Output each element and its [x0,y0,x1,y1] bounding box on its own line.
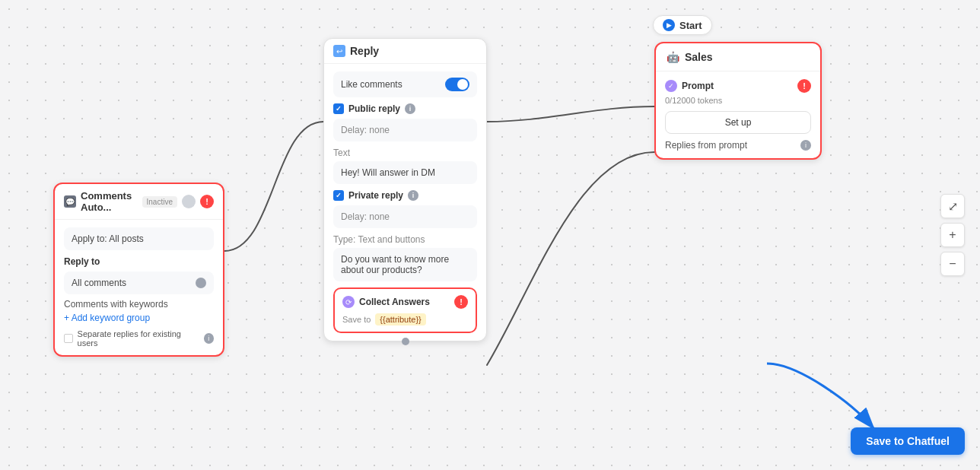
start-label: Start [679,20,702,31]
start-icon: ▶ [663,19,675,31]
radio-dot [196,278,206,288]
replies-label: Replies from prompt [665,140,747,151]
separate-replies-row: Separate replies for existing users i [64,329,214,348]
setup-button[interactable]: Set up [665,111,811,134]
private-delay-box: Delay: none [333,205,477,228]
inactive-toggle[interactable] [182,195,196,208]
prompt-icon: ✓ [665,80,677,92]
public-reply-label: Public reply [348,103,400,114]
prompt-label: Prompt [682,81,797,91]
type-label: Type: Text and buttons [333,234,477,245]
collect-icon: ⟳ [342,296,355,308]
canvas: ▶ Start 💬 Comments Auto... Inactive ! Ap… [0,0,980,470]
replies-info-icon: i [800,140,811,151]
reply-node: ↩ Reply Like comments ✓ Public reply i D… [323,38,487,341]
sales-node-body: ✓ Prompt ! 0/12000 tokens Set up Replies… [656,71,820,158]
zoom-in-button[interactable]: + [940,223,965,247]
start-node: ▶ Start [653,15,712,35]
prompt-row: ✓ Prompt ! [665,79,811,93]
separate-replies-label: Separate replies for existing users [78,329,199,348]
private-reply-info-icon: i [408,190,418,201]
reply-node-body: Like comments ✓ Public reply i Delay: no… [324,64,486,341]
private-reply-row: ✓ Private reply i [333,190,477,201]
collect-answers-box: ⟳ Collect Answers ! Save to {{attribute}… [333,287,477,333]
public-delay-box: Delay: none [333,119,477,141]
replies-row: Replies from prompt i [665,140,811,151]
comments-node-body: Apply to: All posts Reply to All comment… [55,220,223,355]
collect-title: Collect Answers [359,297,450,307]
zoom-controls: ⤢ + − [940,194,965,276]
reply-to-label: Reply to [64,256,214,267]
sales-node: 🤖 Sales ✓ Prompt ! 0/12000 tokens Set up… [654,42,822,160]
all-comments-label: All comments [72,278,126,288]
attribute-placeholder[interactable]: {{attribute}} [375,313,425,326]
separate-replies-checkbox[interactable] [64,334,73,343]
keyword-section: Comments with keywords + Add keyword gro… [64,299,214,323]
collect-warning-icon: ! [454,295,468,309]
like-comments-toggle[interactable] [445,78,469,91]
collect-header: ⟳ Collect Answers ! [342,295,468,309]
public-reply-row: ✓ Public reply i [333,103,477,114]
sales-warning-icon: ! [797,79,811,93]
save-to-label: Save to [342,315,371,324]
sales-node-header: 🤖 Sales [656,43,820,71]
separate-replies-info-icon: i [204,333,214,344]
warning-icon: ! [200,195,214,208]
keyword-label: Comments with keywords [64,299,214,310]
sales-title: Sales [685,51,811,63]
reply-title: Reply [350,45,379,57]
reply-node-header: ↩ Reply [324,39,486,64]
save-to-chatfuel-button[interactable]: Save to Chatfuel [851,427,965,455]
comments-node-icon: 💬 [64,195,76,208]
reply-icon: ↩ [333,45,345,57]
type-label-text: Type: [333,234,355,245]
public-reply-info-icon: i [405,103,415,114]
all-comments-row[interactable]: All comments [64,272,214,294]
bottom-connector-dot [402,338,409,345]
save-to-row: Save to {{attribute}} [342,313,468,326]
comments-node: 💬 Comments Auto... Inactive ! Apply to: … [53,183,224,357]
private-reply-checkbox[interactable]: ✓ [333,190,344,201]
status-badge: Inactive [142,196,177,208]
private-reply-label: Private reply [348,190,403,201]
comments-node-title: Comments Auto... [81,190,138,213]
dm-content-box: Do you want to know more about our produ… [333,248,477,281]
text-section-label: Text [333,148,477,158]
add-keyword-button[interactable]: + Add keyword group [64,313,150,323]
like-comments-row: Like comments [333,71,477,97]
apply-to-field[interactable]: Apply to: All posts [64,227,214,250]
tokens-label: 0/12000 tokens [665,96,811,105]
zoom-out-button[interactable]: − [940,252,965,276]
comments-node-header: 💬 Comments Auto... Inactive ! [55,184,223,220]
ai-icon: 🤖 [665,49,680,65]
type-value-text: Text and buttons [358,234,425,245]
like-comments-label: Like comments [341,79,402,90]
expand-button[interactable]: ⤢ [940,194,965,218]
text-content-box: Hey! Will answer in DM [333,161,477,184]
public-reply-checkbox[interactable]: ✓ [333,103,344,114]
